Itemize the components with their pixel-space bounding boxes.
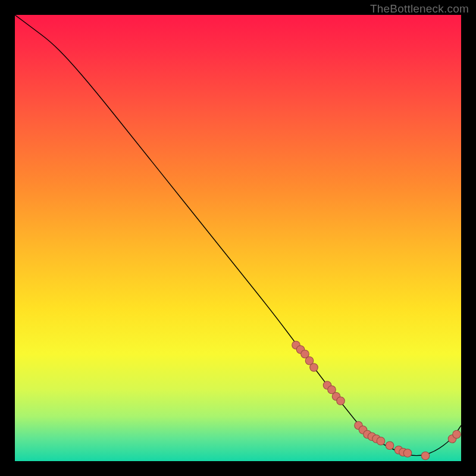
points-layer: [15, 15, 461, 461]
scatter-points: [292, 341, 461, 460]
data-point: [377, 437, 385, 446]
plot-area: [15, 15, 461, 461]
data-point: [421, 452, 430, 460]
data-point: [386, 441, 394, 450]
data-point: [337, 397, 345, 405]
data-point: [403, 449, 412, 458]
watermark-text: TheBottleneck.com: [370, 2, 469, 15]
data-point: [310, 364, 318, 372]
data-point: [453, 430, 461, 439]
chart-stage: TheBottleneck.com: [0, 0, 476, 476]
